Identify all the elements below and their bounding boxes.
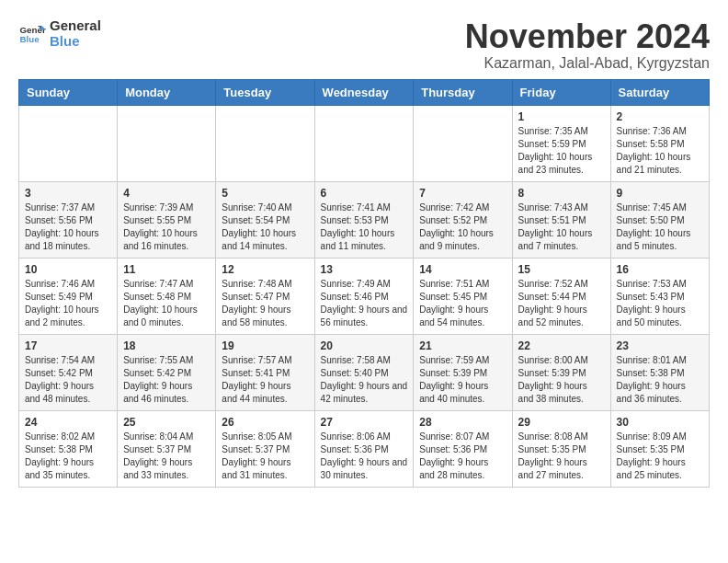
calendar-cell: 8Sunrise: 7:43 AM Sunset: 5:51 PM Daylig… xyxy=(512,181,610,258)
day-number: 9 xyxy=(617,187,703,200)
day-number: 21 xyxy=(419,339,506,352)
location-subtitle: Kazarman, Jalal-Abad, Kyrgyzstan xyxy=(465,55,710,72)
day-number: 25 xyxy=(123,416,210,429)
calendar-cell xyxy=(216,105,314,181)
day-of-week-header: Wednesday xyxy=(314,79,414,105)
calendar-cell: 21Sunrise: 7:59 AM Sunset: 5:39 PM Dayli… xyxy=(414,334,512,410)
day-number: 8 xyxy=(518,187,605,200)
calendar-cell: 19Sunrise: 7:57 AM Sunset: 5:41 PM Dayli… xyxy=(216,334,314,410)
calendar-cell: 6Sunrise: 7:41 AM Sunset: 5:53 PM Daylig… xyxy=(314,181,414,258)
calendar-cell: 24Sunrise: 8:02 AM Sunset: 5:38 PM Dayli… xyxy=(19,410,118,487)
day-info: Sunrise: 8:06 AM Sunset: 5:36 PM Dayligh… xyxy=(321,431,408,482)
day-number: 19 xyxy=(222,339,308,352)
day-info: Sunrise: 7:51 AM Sunset: 5:45 PM Dayligh… xyxy=(419,278,506,329)
calendar-cell: 30Sunrise: 8:09 AM Sunset: 5:35 PM Dayli… xyxy=(610,410,709,487)
calendar-cell: 23Sunrise: 8:01 AM Sunset: 5:38 PM Dayli… xyxy=(610,334,709,410)
calendar-cell: 9Sunrise: 7:45 AM Sunset: 5:50 PM Daylig… xyxy=(610,181,709,258)
day-info: Sunrise: 7:57 AM Sunset: 5:41 PM Dayligh… xyxy=(222,354,308,406)
calendar-cell: 26Sunrise: 8:05 AM Sunset: 5:37 PM Dayli… xyxy=(216,410,314,487)
day-number: 13 xyxy=(321,263,408,276)
logo-line2: Blue xyxy=(50,34,101,50)
logo: General Blue General Blue xyxy=(18,18,101,49)
day-info: Sunrise: 7:35 AM Sunset: 5:59 PM Dayligh… xyxy=(518,125,605,177)
day-number: 11 xyxy=(123,263,210,276)
day-of-week-header: Saturday xyxy=(610,79,709,105)
day-number: 23 xyxy=(617,339,703,352)
day-of-week-header: Tuesday xyxy=(216,79,314,105)
calendar-table: SundayMondayTuesdayWednesdayThursdayFrid… xyxy=(18,79,710,488)
day-number: 17 xyxy=(25,339,111,352)
calendar-cell: 14Sunrise: 7:51 AM Sunset: 5:45 PM Dayli… xyxy=(414,258,512,334)
day-number: 7 xyxy=(419,187,506,200)
day-number: 2 xyxy=(617,110,703,123)
calendar-cell xyxy=(414,105,512,181)
calendar-cell xyxy=(314,105,414,181)
day-info: Sunrise: 7:55 AM Sunset: 5:42 PM Dayligh… xyxy=(123,354,210,406)
calendar-cell: 16Sunrise: 7:53 AM Sunset: 5:43 PM Dayli… xyxy=(610,258,709,334)
calendar-cell xyxy=(118,105,216,181)
calendar-cell: 7Sunrise: 7:42 AM Sunset: 5:52 PM Daylig… xyxy=(414,181,512,258)
calendar-cell: 1Sunrise: 7:35 AM Sunset: 5:59 PM Daylig… xyxy=(512,105,610,181)
day-info: Sunrise: 7:36 AM Sunset: 5:58 PM Dayligh… xyxy=(617,125,703,177)
day-number: 16 xyxy=(617,263,703,276)
calendar-week-row: 24Sunrise: 8:02 AM Sunset: 5:38 PM Dayli… xyxy=(19,410,710,487)
day-number: 24 xyxy=(25,416,111,429)
day-info: Sunrise: 7:47 AM Sunset: 5:48 PM Dayligh… xyxy=(123,278,210,329)
day-number: 3 xyxy=(25,187,111,200)
day-info: Sunrise: 8:01 AM Sunset: 5:38 PM Dayligh… xyxy=(617,354,703,406)
day-info: Sunrise: 7:49 AM Sunset: 5:46 PM Dayligh… xyxy=(321,278,408,329)
calendar-cell: 28Sunrise: 8:07 AM Sunset: 5:36 PM Dayli… xyxy=(414,410,512,487)
day-info: Sunrise: 7:58 AM Sunset: 5:40 PM Dayligh… xyxy=(321,354,408,406)
day-number: 1 xyxy=(518,110,605,123)
day-info: Sunrise: 8:08 AM Sunset: 5:35 PM Dayligh… xyxy=(518,431,605,482)
day-of-week-header: Thursday xyxy=(414,79,512,105)
day-info: Sunrise: 7:41 AM Sunset: 5:53 PM Dayligh… xyxy=(321,201,408,253)
day-number: 10 xyxy=(25,263,111,276)
day-info: Sunrise: 8:02 AM Sunset: 5:38 PM Dayligh… xyxy=(25,431,111,482)
day-info: Sunrise: 8:04 AM Sunset: 5:37 PM Dayligh… xyxy=(123,431,210,482)
day-number: 29 xyxy=(518,416,605,429)
day-number: 6 xyxy=(321,187,408,200)
day-info: Sunrise: 8:07 AM Sunset: 5:36 PM Dayligh… xyxy=(419,431,506,482)
calendar-cell: 25Sunrise: 8:04 AM Sunset: 5:37 PM Dayli… xyxy=(118,410,216,487)
calendar-header-row: SundayMondayTuesdayWednesdayThursdayFrid… xyxy=(19,79,710,105)
day-info: Sunrise: 7:40 AM Sunset: 5:54 PM Dayligh… xyxy=(222,201,308,253)
day-number: 15 xyxy=(518,263,605,276)
title-block: November 2024 Kazarman, Jalal-Abad, Kyrg… xyxy=(465,18,710,72)
svg-text:Blue: Blue xyxy=(20,34,40,44)
calendar-cell xyxy=(19,105,118,181)
day-info: Sunrise: 7:45 AM Sunset: 5:50 PM Dayligh… xyxy=(617,201,703,253)
month-title: November 2024 xyxy=(465,18,710,55)
day-number: 12 xyxy=(222,263,308,276)
calendar-cell: 11Sunrise: 7:47 AM Sunset: 5:48 PM Dayli… xyxy=(118,258,216,334)
calendar-cell: 13Sunrise: 7:49 AM Sunset: 5:46 PM Dayli… xyxy=(314,258,414,334)
day-number: 18 xyxy=(123,339,210,352)
day-number: 22 xyxy=(518,339,605,352)
day-number: 27 xyxy=(321,416,408,429)
calendar-cell: 27Sunrise: 8:06 AM Sunset: 5:36 PM Dayli… xyxy=(314,410,414,487)
day-of-week-header: Sunday xyxy=(19,79,118,105)
day-info: Sunrise: 7:53 AM Sunset: 5:43 PM Dayligh… xyxy=(617,278,703,329)
calendar-cell: 3Sunrise: 7:37 AM Sunset: 5:56 PM Daylig… xyxy=(19,181,118,258)
calendar-week-row: 17Sunrise: 7:54 AM Sunset: 5:42 PM Dayli… xyxy=(19,334,710,410)
day-info: Sunrise: 8:05 AM Sunset: 5:37 PM Dayligh… xyxy=(222,431,308,482)
calendar-cell: 12Sunrise: 7:48 AM Sunset: 5:47 PM Dayli… xyxy=(216,258,314,334)
calendar-week-row: 3Sunrise: 7:37 AM Sunset: 5:56 PM Daylig… xyxy=(19,181,710,258)
day-info: Sunrise: 7:43 AM Sunset: 5:51 PM Dayligh… xyxy=(518,201,605,253)
day-number: 26 xyxy=(222,416,308,429)
calendar-cell: 10Sunrise: 7:46 AM Sunset: 5:49 PM Dayli… xyxy=(19,258,118,334)
header: General Blue General Blue November 2024 … xyxy=(18,18,710,72)
calendar-week-row: 1Sunrise: 7:35 AM Sunset: 5:59 PM Daylig… xyxy=(19,105,710,181)
day-number: 20 xyxy=(321,339,408,352)
calendar-cell: 17Sunrise: 7:54 AM Sunset: 5:42 PM Dayli… xyxy=(19,334,118,410)
day-info: Sunrise: 7:39 AM Sunset: 5:55 PM Dayligh… xyxy=(123,201,210,253)
day-info: Sunrise: 7:54 AM Sunset: 5:42 PM Dayligh… xyxy=(25,354,111,406)
day-number: 30 xyxy=(617,416,703,429)
calendar-cell: 2Sunrise: 7:36 AM Sunset: 5:58 PM Daylig… xyxy=(610,105,709,181)
day-info: Sunrise: 7:48 AM Sunset: 5:47 PM Dayligh… xyxy=(222,278,308,329)
day-info: Sunrise: 8:09 AM Sunset: 5:35 PM Dayligh… xyxy=(617,431,703,482)
day-number: 14 xyxy=(419,263,506,276)
calendar-cell: 18Sunrise: 7:55 AM Sunset: 5:42 PM Dayli… xyxy=(118,334,216,410)
day-info: Sunrise: 7:42 AM Sunset: 5:52 PM Dayligh… xyxy=(419,201,506,253)
day-number: 28 xyxy=(419,416,506,429)
